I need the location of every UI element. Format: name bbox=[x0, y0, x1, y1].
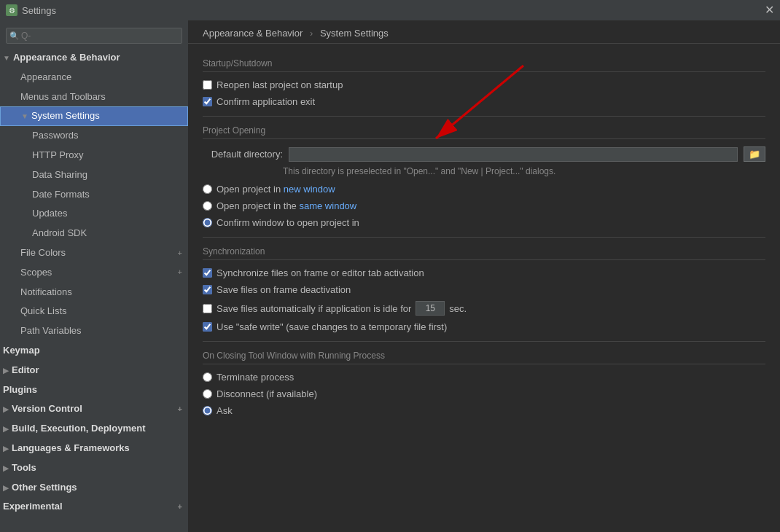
reopen-checkbox[interactable] bbox=[203, 80, 212, 90]
project-opening-title: Project Opening bbox=[203, 125, 765, 139]
save-deactivation-checkbox[interactable] bbox=[203, 285, 212, 294]
sidebar-item-updates[interactable]: Updates bbox=[0, 204, 188, 224]
idle-save-label: Save files automatically if application … bbox=[217, 303, 411, 314]
sync-files-checkbox[interactable] bbox=[203, 268, 212, 278]
sync-files-checkbox-row[interactable]: Synchronize files on frame or editor tab… bbox=[203, 267, 765, 278]
safe-write-checkbox[interactable] bbox=[203, 322, 212, 332]
sidebar-item-languages-frameworks[interactable]: ▶Languages & Frameworks bbox=[0, 439, 188, 458]
terminate-radio-row[interactable]: Terminate process bbox=[203, 372, 765, 383]
app-icon: ⚙ bbox=[6, 4, 17, 16]
startup-section-title: Startup/Shutdown bbox=[203, 58, 765, 72]
sidebar-item-keymap[interactable]: Keymap bbox=[0, 341, 188, 361]
reopen-checkbox-row[interactable]: Reopen last project on startup bbox=[203, 79, 765, 90]
sidebar-item-version-control[interactable]: ▶Version Control + bbox=[0, 399, 188, 419]
sidebar-item-http-proxy[interactable]: HTTP Proxy bbox=[0, 146, 188, 165]
ask-label: Ask bbox=[217, 405, 233, 416]
sync-files-label: Synchronize files on frame or editor tab… bbox=[217, 267, 424, 278]
title-bar: ⚙ Settings ✕ bbox=[0, 0, 780, 20]
sidebar: 🔍 ▼Appearance & Behavior Appearance Menu… bbox=[0, 20, 188, 532]
new-window-radio[interactable] bbox=[203, 184, 212, 194]
ask-radio-row[interactable]: Ask bbox=[203, 405, 765, 416]
window-title: Settings bbox=[22, 5, 56, 16]
disconnect-label: Disconnect (if available) bbox=[217, 388, 317, 399]
confirm-window-radio-row[interactable]: Confirm window to open project in bbox=[203, 217, 765, 228]
sidebar-item-data-sharing[interactable]: Data Sharing bbox=[0, 165, 188, 185]
terminate-label: Terminate process bbox=[217, 372, 294, 383]
confirm-exit-checkbox[interactable] bbox=[203, 97, 212, 106]
sidebar-item-tools[interactable]: ▶Tools bbox=[0, 458, 188, 478]
save-deactivation-label: Save files on frame deactivation bbox=[217, 284, 351, 295]
sidebar-item-file-colors[interactable]: File Colors + bbox=[0, 243, 188, 263]
same-window-radio-row[interactable]: Open project in the same window bbox=[203, 200, 765, 211]
safe-write-checkbox-row[interactable]: Use "safe write" (save changes to a temp… bbox=[203, 321, 765, 332]
search-input[interactable] bbox=[6, 28, 182, 44]
sidebar-item-system-settings[interactable]: ▼System Settings bbox=[0, 106, 188, 126]
ask-radio[interactable] bbox=[203, 406, 212, 415]
confirm-window-radio[interactable] bbox=[203, 218, 212, 227]
directory-input[interactable] bbox=[289, 147, 738, 162]
same-window-radio[interactable] bbox=[203, 201, 212, 211]
on-closing-title: On Closing Tool Window with Running Proc… bbox=[203, 351, 765, 364]
sidebar-item-build-execution[interactable]: ▶Build, Execution, Deployment bbox=[0, 419, 188, 439]
safe-write-label: Use "safe write" (save changes to a temp… bbox=[217, 321, 447, 332]
new-window-label: Open project in new window bbox=[217, 184, 335, 195]
confirm-window-label: Confirm window to open project in bbox=[217, 217, 359, 228]
sync-section-title: Synchronization bbox=[203, 246, 765, 260]
breadcrumb-parent: Appearance & Behavior bbox=[203, 28, 303, 39]
same-window-label: Open project in the same window bbox=[217, 200, 356, 211]
idle-seconds-input[interactable] bbox=[416, 301, 445, 316]
directory-hint: This directory is preselected in "Open..… bbox=[283, 166, 765, 176]
confirm-exit-label: Confirm application exit bbox=[217, 96, 315, 107]
confirm-exit-checkbox-row[interactable]: Confirm application exit bbox=[203, 96, 765, 107]
sidebar-item-android-sdk[interactable]: Android SDK bbox=[0, 224, 188, 243]
add-icon: + bbox=[178, 247, 182, 260]
add-icon-scopes: + bbox=[178, 266, 182, 279]
sidebar-item-date-formats[interactable]: Date Formats bbox=[0, 185, 188, 205]
sidebar-item-notifications[interactable]: Notifications bbox=[0, 283, 188, 302]
sidebar-item-quick-lists[interactable]: Quick Lists bbox=[0, 302, 188, 321]
seconds-label: sec. bbox=[449, 303, 467, 314]
save-deactivation-checkbox-row[interactable]: Save files on frame deactivation bbox=[203, 284, 765, 295]
sidebar-item-plugins[interactable]: Plugins bbox=[0, 380, 188, 400]
content-area: Appearance & Behavior › System Settings … bbox=[188, 20, 780, 532]
add-icon-vc: + bbox=[178, 403, 182, 416]
terminate-radio[interactable] bbox=[203, 372, 212, 382]
new-window-radio-row[interactable]: Open project in new window bbox=[203, 184, 765, 195]
idle-save-row: Save files automatically if application … bbox=[203, 301, 765, 316]
sidebar-item-passwords[interactable]: Passwords bbox=[0, 126, 188, 146]
reopen-label: Reopen last project on startup bbox=[217, 79, 343, 90]
add-icon-exp: + bbox=[178, 501, 182, 514]
sidebar-item-editor[interactable]: ▶Editor bbox=[0, 361, 188, 380]
sidebar-item-appearance[interactable]: Appearance bbox=[0, 68, 188, 87]
sidebar-item-scopes[interactable]: Scopes + bbox=[0, 263, 188, 283]
default-directory-row: Default directory: 📁 bbox=[203, 146, 765, 162]
sidebar-item-appearance-behavior[interactable]: ▼Appearance & Behavior bbox=[0, 48, 188, 68]
sidebar-item-other-settings[interactable]: ▶Other Settings bbox=[0, 478, 188, 498]
disconnect-radio-row[interactable]: Disconnect (if available) bbox=[203, 388, 765, 399]
sidebar-item-menus-toolbars[interactable]: Menus and Toolbars bbox=[0, 87, 188, 107]
directory-label: Default directory: bbox=[203, 149, 283, 160]
breadcrumb-separator: › bbox=[310, 28, 313, 39]
close-button[interactable]: ✕ bbox=[765, 4, 774, 16]
disconnect-radio[interactable] bbox=[203, 389, 212, 399]
idle-save-checkbox[interactable] bbox=[203, 304, 212, 313]
sidebar-item-path-variables[interactable]: Path Variables bbox=[0, 321, 188, 341]
breadcrumb-current: System Settings bbox=[320, 28, 389, 39]
sidebar-item-experimental[interactable]: Experimental + bbox=[0, 497, 188, 517]
browse-button[interactable]: 📁 bbox=[744, 146, 765, 162]
search-icon: 🔍 bbox=[9, 31, 20, 41]
breadcrumb: Appearance & Behavior › System Settings bbox=[188, 20, 780, 44]
